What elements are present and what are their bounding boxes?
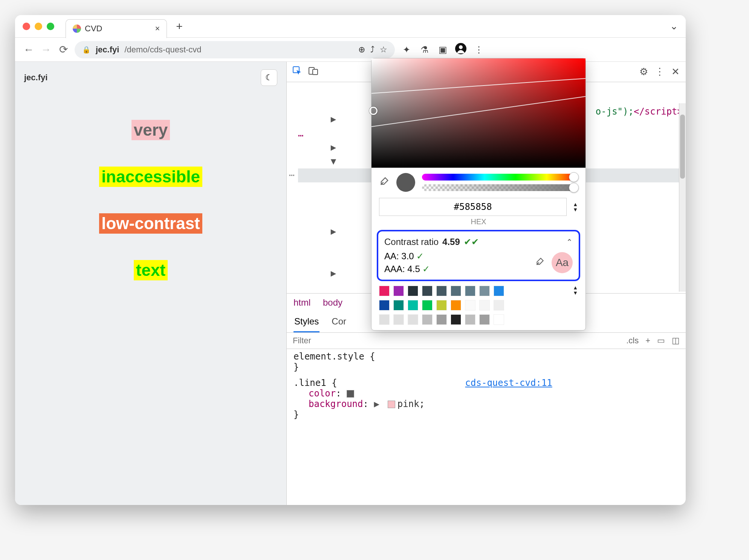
crumb-html[interactable]: html: [293, 297, 310, 308]
palette-swatch[interactable]: [451, 300, 461, 311]
palette-swatch[interactable]: [436, 286, 447, 296]
rule-selector: .line1 {: [293, 378, 337, 388]
lock-icon: 🔒: [82, 46, 90, 54]
bgcolor-picker-icon[interactable]: [535, 257, 545, 269]
contrast-value: 4.59: [442, 237, 460, 247]
devtools-close-icon[interactable]: ✕: [671, 66, 680, 78]
close-window-icon[interactable]: [23, 23, 30, 30]
palette-swatch[interactable]: [465, 286, 475, 296]
palette-swatch[interactable]: [422, 300, 433, 311]
hex-input[interactable]: [379, 198, 567, 216]
color-picker-popover: ▲▼ HEX Contrast ratio 4.59 ✔✔ ⌃ AA: 3.0 …: [371, 58, 586, 330]
palette-swatch[interactable]: [379, 314, 390, 325]
palette-swatch[interactable]: [379, 300, 390, 311]
saturation-field[interactable]: [371, 58, 585, 168]
contrast-curve-aaa: [371, 96, 585, 127]
favicon-icon: [73, 24, 81, 33]
minimize-window-icon[interactable]: [35, 23, 42, 30]
eyedropper-icon[interactable]: [379, 176, 390, 189]
palette-swatch[interactable]: [393, 314, 404, 325]
palette-swatch[interactable]: [494, 286, 504, 296]
contrast-ratio-row: Contrast ratio 4.59 ✔✔ ⌃: [384, 237, 573, 247]
style-rules[interactable]: element.style { } .line1 { cds-quest-cvd…: [287, 349, 686, 422]
palette-swatch[interactable]: [494, 314, 504, 325]
close-tab-icon[interactable]: ×: [155, 24, 160, 34]
hue-thumb[interactable]: [569, 172, 579, 182]
tabs-menu-icon[interactable]: ⌄: [670, 20, 678, 32]
current-color-swatch: [396, 173, 415, 192]
sat-cursor-icon[interactable]: [369, 107, 378, 115]
hex-label: HEX: [371, 217, 585, 226]
palette-swatch[interactable]: [479, 300, 490, 311]
color-prop: color: [309, 388, 336, 399]
palette-swatch[interactable]: [479, 286, 490, 296]
rule-source-link[interactable]: cds-quest-cvd:11: [465, 378, 552, 388]
profile-avatar-icon[interactable]: [454, 43, 467, 57]
gear-icon[interactable]: ⚙: [639, 66, 648, 78]
palette-stepper[interactable]: ▲▼: [573, 286, 578, 295]
palette-swatch[interactable]: [408, 286, 418, 296]
bookmark-icon[interactable]: ☆: [380, 45, 387, 55]
omnibox[interactable]: 🔒 jec.fyi/demo/cds-quest-cvd ⊕ ⤴ ☆: [75, 41, 395, 58]
palette-swatch[interactable]: [479, 314, 490, 325]
palette-swatch[interactable]: [436, 314, 447, 325]
palette-swatch[interactable]: [393, 300, 404, 311]
shorthand-expand-icon[interactable]: ▶: [374, 399, 382, 409]
reload-button[interactable]: ⟳: [57, 43, 69, 56]
tab-styles[interactable]: Styles: [293, 312, 319, 332]
palette-swatch[interactable]: [422, 314, 433, 325]
inspect-icon[interactable]: [293, 66, 302, 78]
window-controls: [23, 23, 54, 30]
palette-grid: [379, 286, 504, 325]
browser-window: CVD × + ⌄ ← → ⟳ 🔒 jec.fyi/demo/cds-quest…: [15, 15, 686, 505]
sidepanel-icon[interactable]: ▣: [436, 44, 449, 55]
palette-swatch[interactable]: [379, 286, 390, 296]
sample-line-4: text: [134, 260, 168, 280]
page-viewport: jec.fyi ☾ very inaccessible low-contrast…: [15, 62, 286, 505]
scrollbar-thumb[interactable]: [680, 115, 685, 179]
alpha-slider[interactable]: [422, 184, 578, 191]
palette-swatch[interactable]: [408, 300, 418, 311]
cls-toggle[interactable]: .cls: [626, 336, 639, 346]
palette-swatch[interactable]: [494, 300, 504, 311]
palette-swatch[interactable]: [451, 286, 461, 296]
extensions-icon[interactable]: ✦: [400, 44, 413, 55]
palette-swatch[interactable]: [436, 300, 447, 311]
aaa-check-icon: ✓: [422, 264, 430, 274]
contrast-section: Contrast ratio 4.59 ✔✔ ⌃ AA: 3.0 ✓ AAA: …: [377, 230, 580, 281]
palette-swatch[interactable]: [465, 300, 475, 311]
styles-filter-input[interactable]: [293, 336, 396, 346]
contrast-sample-icon: Aa: [552, 252, 573, 273]
labs-icon[interactable]: ⚗: [418, 44, 431, 55]
devtools-menu-icon[interactable]: ⋮: [655, 66, 665, 78]
background-swatch-icon[interactable]: [388, 401, 395, 408]
palette-swatch[interactable]: [393, 286, 404, 296]
color-swatch-icon[interactable]: [347, 390, 354, 398]
forward-button[interactable]: →: [40, 44, 52, 56]
format-stepper[interactable]: ▲▼: [573, 202, 578, 211]
palette-swatch[interactable]: [451, 314, 461, 325]
palette-swatch[interactable]: [408, 314, 418, 325]
theme-toggle-button[interactable]: ☾: [261, 69, 277, 86]
browser-tab[interactable]: CVD ×: [66, 19, 167, 38]
maximize-window-icon[interactable]: [47, 23, 54, 30]
contrast-collapse-icon[interactable]: ⌃: [566, 237, 573, 246]
panel-toggle-icon[interactable]: ◫: [672, 336, 680, 346]
new-rule-button[interactable]: +: [645, 336, 650, 346]
chrome-menu-icon[interactable]: ⋮: [472, 44, 485, 55]
palette-swatch[interactable]: [465, 314, 475, 325]
share-icon[interactable]: ⤴: [370, 45, 374, 55]
device-toggle-icon[interactable]: [309, 66, 318, 78]
sample-line-1: very: [131, 120, 170, 140]
crumb-body[interactable]: body: [323, 297, 342, 308]
palette-swatch[interactable]: [422, 286, 433, 296]
rule-brace-close: }: [293, 362, 679, 372]
hue-slider[interactable]: [422, 174, 578, 181]
new-tab-button[interactable]: +: [176, 20, 183, 33]
back-button[interactable]: ←: [23, 44, 35, 56]
alpha-thumb[interactable]: [569, 183, 579, 193]
tab-computed[interactable]: Cor: [331, 312, 347, 332]
scrollbar[interactable]: [679, 103, 686, 292]
zoom-icon[interactable]: ⊕: [358, 45, 365, 55]
new-stylesheet-icon[interactable]: ▭: [657, 336, 665, 346]
